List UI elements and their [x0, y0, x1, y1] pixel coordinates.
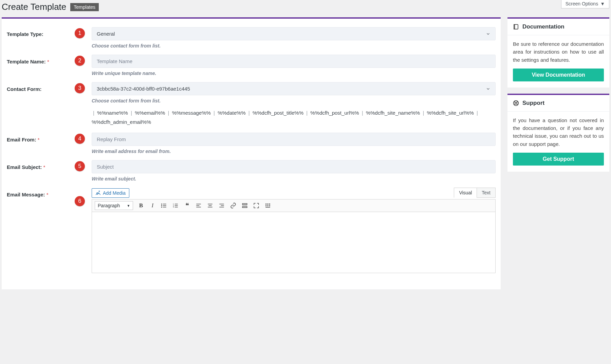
svg-rect-24	[243, 207, 247, 208]
merge-token: %%dcfh_site_url%%	[427, 110, 474, 116]
merge-token: %%dcfh_admin_email%%	[92, 119, 151, 125]
chevron-down-icon	[486, 32, 490, 36]
badge-1: 1	[75, 28, 85, 38]
blockquote-button[interactable]: ❝	[183, 202, 191, 209]
svg-line-35	[517, 104, 518, 105]
read-more-button[interactable]	[241, 202, 248, 209]
merge-token: %%dcfh_site_name%%	[366, 110, 420, 116]
align-left-button[interactable]	[195, 202, 202, 209]
row-email-subject: Email Subject: * 5 Write email subject.	[7, 160, 496, 181]
hint-template-type: Choose contact form from list.	[92, 43, 496, 49]
documentation-text: Be sure to reference our documentation a…	[513, 40, 604, 64]
svg-rect-29	[267, 205, 269, 206]
get-support-button[interactable]: Get Support	[513, 153, 604, 166]
book-icon	[513, 24, 519, 30]
badge-3: 3	[75, 83, 85, 93]
merge-token: %%date%%	[218, 110, 246, 116]
support-title: Support	[522, 100, 544, 107]
badge-2: 2	[75, 56, 85, 66]
documentation-box: Documentation Be sure to reference our d…	[507, 17, 609, 88]
badge-6: 6	[75, 196, 85, 206]
required-marker: *	[47, 192, 49, 197]
email-subject-input[interactable]	[97, 164, 490, 170]
svg-line-36	[517, 101, 518, 102]
italic-button[interactable]: I	[149, 202, 156, 209]
email-from-input[interactable]	[97, 136, 490, 142]
svg-point-6	[162, 207, 162, 208]
svg-point-4	[162, 204, 162, 205]
svg-point-5	[162, 205, 162, 206]
svg-line-37	[514, 104, 515, 105]
bullet-list-button[interactable]	[160, 202, 168, 209]
merge-token: %%email%%	[135, 110, 165, 116]
svg-text:3: 3	[173, 206, 174, 208]
required-marker: *	[38, 137, 40, 142]
page-header: Create Template Templates Screen Options…	[2, 0, 609, 17]
row-template-name: Template Name: * 2 Write unique template…	[7, 55, 496, 76]
documentation-title: Documentation	[522, 23, 564, 30]
bold-button[interactable]: B	[137, 202, 145, 209]
merge-token: %%dcfh_post_url%%	[310, 110, 359, 116]
row-template-type: Template Type: 1 General Choose contact …	[7, 27, 496, 49]
required-marker: *	[43, 164, 45, 170]
screen-options-button[interactable]: Screen Options ▼	[561, 0, 609, 8]
toolbar-toggle-button[interactable]	[264, 202, 272, 209]
row-email-from: Email From: * 4 Write email address for …	[7, 133, 496, 154]
support-box: Support If you have a question not cover…	[507, 94, 609, 172]
numbered-list-button[interactable]: 123	[172, 202, 179, 209]
editor-toolbar: Paragraph ▼ B I 123 ❝	[92, 199, 496, 212]
add-media-button[interactable]: Add Media	[92, 188, 129, 198]
chevron-down-icon: ▼	[600, 1, 605, 6]
support-text: If you have a question not covered in th…	[513, 116, 604, 148]
templates-button[interactable]: Templates	[70, 3, 99, 11]
badge-5: 5	[75, 161, 85, 171]
merge-token: %%message%%	[172, 110, 211, 116]
merge-token: %%dcfh_post_title%%	[253, 110, 303, 116]
hint-email-subject: Write email subject.	[92, 176, 496, 181]
contact-form-select[interactable]: 3cbbc58a-37c2-400d-bff0-e97b6ae1c445	[92, 82, 496, 95]
label-email-subject: Email Subject:	[7, 164, 42, 170]
chevron-down-icon: ▼	[127, 204, 130, 208]
row-email-message: Email Message: * 6 Add Media Visual	[7, 188, 496, 273]
paragraph-select[interactable]: Paragraph ▼	[95, 201, 133, 210]
svg-rect-31	[266, 207, 271, 208]
label-template-type: Template Type:	[7, 27, 68, 49]
paragraph-value: Paragraph	[98, 203, 120, 208]
page-title: Create Template	[2, 2, 66, 12]
editor-tab-text[interactable]: Text	[477, 188, 496, 198]
required-marker: *	[47, 59, 49, 64]
lifebuoy-icon	[513, 100, 519, 106]
align-center-button[interactable]	[206, 202, 214, 209]
chevron-down-icon	[486, 87, 490, 91]
editor-tab-visual[interactable]: Visual	[454, 188, 477, 198]
template-type-select[interactable]: General	[92, 27, 496, 40]
svg-rect-28	[266, 205, 267, 206]
screen-options-label: Screen Options	[566, 1, 598, 6]
svg-point-33	[515, 102, 517, 104]
merge-tokens: | %%name%% | %%email%% | %%message%% | %…	[92, 108, 496, 127]
label-email-from: Email From:	[7, 137, 36, 142]
link-button[interactable]	[229, 202, 237, 209]
media-icon	[95, 190, 101, 196]
label-template-name: Template Name:	[7, 59, 46, 64]
svg-rect-22	[243, 204, 247, 205]
view-documentation-button[interactable]: View Documentation	[513, 69, 604, 81]
editor-content-area[interactable]	[92, 212, 496, 273]
hint-email-from: Write email address for email from.	[92, 149, 496, 154]
add-media-label: Add Media	[103, 190, 126, 196]
fullscreen-button[interactable]	[253, 202, 260, 209]
main-form-panel: Template Type: 1 General Choose contact …	[2, 17, 501, 289]
hint-contact-form: Choose contact form from list.	[92, 98, 496, 103]
align-right-button[interactable]	[218, 202, 225, 209]
template-name-input[interactable]	[97, 58, 490, 64]
svg-rect-27	[269, 204, 270, 205]
label-email-message: Email Message:	[7, 192, 45, 197]
row-contact-form: Contact Form: 3 3cbbc58a-37c2-400d-bff0-…	[7, 82, 496, 127]
label-contact-form: Contact Form:	[7, 82, 68, 127]
svg-rect-26	[267, 204, 269, 205]
svg-rect-30	[269, 205, 270, 206]
merge-token: %%name%%	[97, 110, 128, 116]
contact-form-value: 3cbbc58a-37c2-400d-bff0-e97b6ae1c445	[97, 86, 190, 92]
template-type-value: General	[97, 31, 115, 37]
svg-rect-25	[266, 204, 267, 205]
